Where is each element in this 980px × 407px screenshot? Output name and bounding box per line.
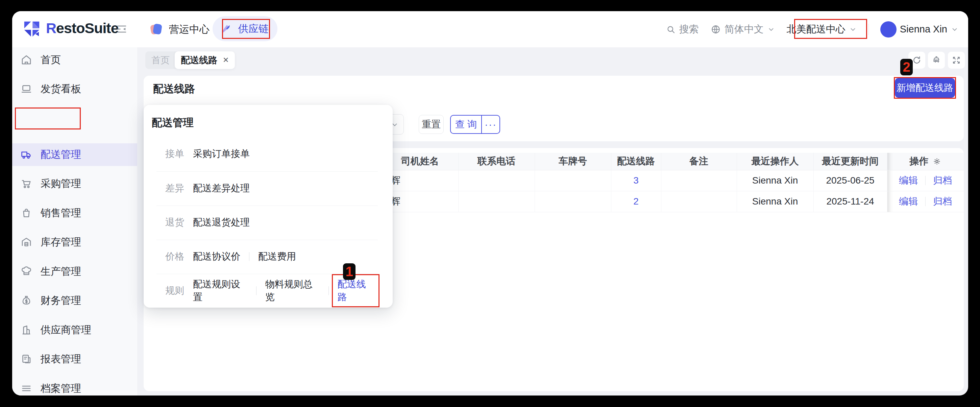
chevron-down-icon [951, 26, 959, 34]
top-navbar: RestoSuite 营运中心 供应链 [12, 11, 968, 47]
flyout-link[interactable]: 配送退货处理 [193, 216, 250, 229]
chevron-down-icon [849, 26, 857, 34]
action-divider [925, 176, 926, 185]
module-label: 营运中心 [169, 22, 210, 37]
cell-updated: 2025-06-25 [813, 170, 887, 191]
tab-label: 首页 [151, 54, 170, 66]
fullscreen-button[interactable] [948, 52, 965, 69]
flyout-link[interactable]: 配送差异处理 [193, 182, 250, 195]
org-selector[interactable]: 北美配送中心 [787, 22, 857, 36]
routes-count-link[interactable]: 2 [633, 196, 639, 206]
globe-icon [710, 24, 721, 35]
sidebar-item-delivery-mgmt[interactable]: 配送管理 [12, 143, 137, 166]
sidebar-item-label: 销售管理 [41, 206, 81, 220]
query-button[interactable]: 查 询 [451, 116, 482, 133]
global-search[interactable]: 搜索 [666, 22, 699, 36]
flyout-link[interactable]: 配送规则设置 [193, 278, 247, 303]
flyout-group-orders: 接单 采购订单接单 [156, 137, 380, 171]
annotation-step-badge: 2 [900, 59, 913, 75]
search-icon [666, 24, 676, 35]
annotation-step-badge: 1 [343, 263, 355, 280]
module-label: 供应链 [238, 22, 269, 36]
avatar [880, 21, 897, 38]
navbar-divider [869, 24, 869, 35]
action-divider [925, 197, 926, 206]
link-divider [328, 286, 329, 295]
user-menu[interactable]: Sienna Xin [880, 21, 959, 38]
search-label: 搜索 [679, 22, 699, 36]
flyout-category: 规则 [156, 284, 184, 297]
edit-link[interactable]: 编辑 [899, 195, 918, 208]
cell-remark [661, 170, 737, 191]
sidebar-item-production[interactable]: 生产管理 [12, 260, 137, 283]
flyout-group-discrepancy: 差异 配送差异处理 [156, 171, 380, 205]
routes-count-link[interactable]: 3 [633, 175, 639, 185]
truck-icon [20, 149, 32, 161]
sidebar-item-suppliers[interactable]: 供应商管理 [12, 319, 137, 341]
link-divider [249, 252, 250, 261]
sidebar-item-reports[interactable]: 报表管理 [12, 348, 137, 370]
cell-plate [535, 170, 611, 191]
col-routes: 配送线路 [611, 153, 661, 170]
reset-button[interactable]: 重置 [419, 115, 444, 134]
sidebar-item-label: 供应商管理 [41, 323, 91, 337]
flyout-link[interactable]: 配送协议价 [193, 250, 240, 263]
language-switcher[interactable]: 简体中文 [710, 22, 775, 36]
archive-link[interactable]: 归档 [933, 195, 952, 208]
flyout-category: 接单 [156, 147, 184, 160]
flyout-link[interactable]: 配送费用 [258, 250, 296, 263]
module-supply-chain[interactable]: 供应链 [213, 16, 277, 41]
cart-icon [20, 177, 32, 190]
flyout-link-delivery-routes[interactable]: 配送线路 [337, 279, 366, 302]
col-actions-label: 操作 [909, 155, 928, 168]
sidebar-item-inventory[interactable]: 库存管理 [12, 231, 137, 253]
delivery-mgmt-flyout: 配送管理 接单 采购订单接单 差异 配送差异处理 退货 配送退货处理 价格 配送… [144, 105, 393, 308]
org-label: 北美配送中心 [787, 22, 845, 36]
col-operator: 最近操作人 [737, 153, 813, 170]
tab-delivery-routes[interactable]: 配送线路 ✕ [175, 51, 235, 69]
sidebar-item-finance[interactable]: 财务管理 [12, 289, 137, 312]
tab-label: 配送线路 [181, 54, 217, 66]
col-remark: 备注 [661, 153, 737, 170]
bag-icon [20, 207, 32, 219]
archive-link[interactable]: 归档 [933, 174, 952, 187]
monitor-icon [20, 83, 32, 95]
add-delivery-route-button[interactable]: 新增配送线路 [895, 78, 955, 98]
operations-center-icon [151, 23, 163, 35]
sidebar-item-label: 采购管理 [41, 177, 81, 191]
sidebar-collapse-icon[interactable] [116, 23, 128, 35]
edit-link[interactable]: 编辑 [899, 174, 918, 187]
flyout-title: 配送管理 [152, 116, 194, 130]
sidebar-item-shipping-board[interactable]: 发货看板 [12, 78, 137, 100]
report-icon [20, 353, 32, 365]
navbar-right: 搜索 简体中文 北美配送中心 Sienna Xin [666, 11, 959, 47]
refresh-icon [912, 55, 922, 65]
flyout-link[interactable]: 物料规则总览 [265, 278, 320, 303]
chef-hat-icon [20, 265, 32, 278]
close-icon[interactable]: ✕ [223, 56, 229, 65]
lines-icon [20, 382, 32, 394]
broom-icon [931, 55, 942, 65]
cell-plate [535, 191, 611, 212]
sidebar-item-label: 发货看板 [41, 82, 81, 96]
sidebar-item-home[interactable]: 首页 [12, 49, 137, 71]
module-operations-center[interactable]: 营运中心 [151, 19, 210, 40]
flyout-category: 价格 [156, 250, 184, 263]
screenshot-stage: RestoSuite 营运中心 供应链 [0, 0, 980, 407]
sidebar-item-purchasing[interactable]: 采购管理 [12, 172, 137, 195]
sidebar-item-sales[interactable]: 销售管理 [12, 202, 137, 224]
sidebar-item-label: 报表管理 [41, 352, 81, 366]
sidebar-item-label: 配送管理 [41, 148, 81, 161]
flyout-link[interactable]: 采购订单接单 [193, 147, 250, 160]
user-name: Sienna Xin [900, 24, 947, 35]
more-actions-button[interactable]: ··· [482, 116, 500, 133]
sidebar-item-label: 库存管理 [41, 235, 81, 249]
clear-cache-button[interactable] [928, 52, 945, 69]
cell-phone [458, 191, 535, 212]
col-phone: 联系电话 [458, 153, 535, 170]
cell-operator: Sienna Xin [737, 170, 813, 191]
gear-icon[interactable] [932, 157, 942, 166]
sidebar-item-archives[interactable]: 档案管理 [12, 377, 137, 396]
col-updated: 最近更新时间 [813, 153, 887, 170]
brand-name: RestoSuite [46, 20, 119, 37]
